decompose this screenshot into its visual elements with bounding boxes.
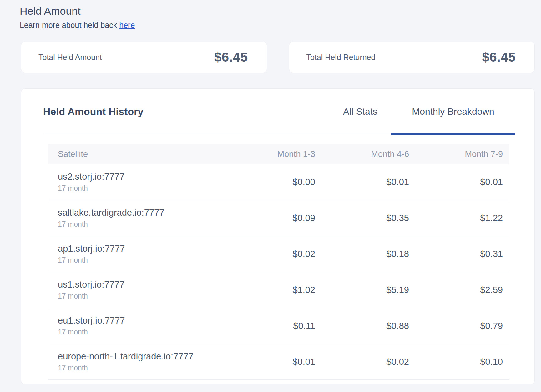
column-header-satellite: Satellite (48, 149, 221, 159)
value-month-4-6: $0.02 (315, 357, 409, 367)
value-month-4-6: $5.19 (315, 285, 409, 295)
column-header-month-4-6: Month 4-6 (315, 149, 409, 159)
value-month-7-9: $2.59 (409, 285, 503, 295)
satellite-cell: eu1.storj.io:7777 17 month (48, 315, 221, 336)
satellite-cell: europe-north-1.tardigrade.io:7777 17 mon… (48, 351, 221, 372)
satellite-cell: ap1.storj.io:7777 17 month (48, 244, 221, 264)
held-history-table: Satellite Month 1-3 Month 4-6 Month 7-9 … (48, 144, 509, 380)
table-row: eu1.storj.io:7777 17 month $0.11 $0.88 $… (48, 308, 509, 344)
satellite-age: 17 month (58, 184, 221, 193)
value-month-7-9: $0.01 (409, 177, 503, 187)
subtitle-text: Learn more about held back (20, 21, 119, 29)
history-tabs: All Stats Monthly Breakdown (329, 106, 515, 117)
active-tab-indicator (391, 133, 515, 135)
learn-more-link[interactable]: here (119, 21, 135, 29)
page-subtitle: Learn more about held back here (20, 20, 535, 30)
satellite-name: us2.storj.io:7777 (58, 172, 221, 182)
value-month-1-3: $0.00 (221, 177, 315, 187)
value-month-1-3: $0.01 (221, 357, 315, 367)
page-title: Held Amount (20, 4, 535, 18)
satellite-name: us1.storj.io:7777 (58, 279, 221, 290)
value-month-7-9: $0.10 (409, 357, 503, 367)
tab-all-stats[interactable]: All Stats (329, 106, 391, 117)
table-row: ap1.storj.io:7777 17 month $0.02 $0.18 $… (48, 236, 509, 272)
total-held-returned-card: Total Held Returned $6.45 (289, 42, 535, 73)
column-header-month-1-3: Month 1-3 (221, 149, 315, 159)
held-amount-history-card: Held Amount History All Stats Monthly Br… (21, 88, 535, 384)
value-month-1-3: $1.02 (221, 285, 315, 295)
history-header: Held Amount History All Stats Monthly Br… (43, 89, 515, 134)
value-month-4-6: $0.35 (315, 213, 409, 223)
satellite-name: europe-north-1.tardigrade.io:7777 (58, 351, 221, 362)
value-month-1-3: $0.02 (221, 249, 315, 259)
satellite-age: 17 month (58, 328, 221, 336)
history-title: Held Amount History (43, 106, 144, 118)
summary-cards-row: Total Held Amount $6.45 Total Held Retur… (21, 42, 535, 73)
total-held-amount-card: Total Held Amount $6.45 (21, 42, 267, 73)
total-held-returned-value: $6.45 (482, 50, 516, 65)
satellite-cell: saltlake.tardigrade.io:7777 17 month (48, 208, 221, 229)
satellite-age: 17 month (58, 256, 221, 264)
value-month-7-9: $1.22 (409, 213, 503, 223)
table-row: us2.storj.io:7777 17 month $0.00 $0.01 $… (48, 164, 509, 200)
total-held-amount-value: $6.45 (214, 50, 248, 65)
value-month-1-3: $0.09 (221, 213, 315, 223)
total-held-amount-label: Total Held Amount (38, 53, 102, 62)
satellite-cell: us1.storj.io:7777 17 month (48, 279, 221, 300)
table-header-row: Satellite Month 1-3 Month 4-6 Month 7-9 (48, 144, 509, 164)
satellite-cell: us2.storj.io:7777 17 month (48, 172, 221, 193)
table-row: us1.storj.io:7777 17 month $1.02 $5.19 $… (48, 272, 509, 308)
table-row: saltlake.tardigrade.io:7777 17 month $0.… (48, 200, 509, 236)
page-header: Held Amount Learn more about held back h… (0, 0, 541, 30)
tab-monthly-breakdown[interactable]: Monthly Breakdown (391, 106, 515, 117)
satellite-name: eu1.storj.io:7777 (58, 315, 221, 326)
satellite-age: 17 month (58, 364, 221, 372)
value-month-4-6: $0.01 (315, 177, 409, 187)
value-month-4-6: $0.88 (315, 321, 409, 331)
table-row: europe-north-1.tardigrade.io:7777 17 mon… (48, 344, 509, 380)
value-month-7-9: $0.79 (409, 321, 503, 331)
value-month-1-3: $0.11 (221, 321, 315, 331)
satellite-name: ap1.storj.io:7777 (58, 244, 221, 254)
total-held-returned-label: Total Held Returned (306, 53, 376, 62)
satellite-age: 17 month (58, 292, 221, 300)
value-month-7-9: $0.31 (409, 249, 503, 259)
satellite-age: 17 month (58, 220, 221, 229)
column-header-month-7-9: Month 7-9 (409, 149, 503, 159)
value-month-4-6: $0.18 (315, 249, 409, 259)
satellite-name: saltlake.tardigrade.io:7777 (58, 208, 221, 218)
